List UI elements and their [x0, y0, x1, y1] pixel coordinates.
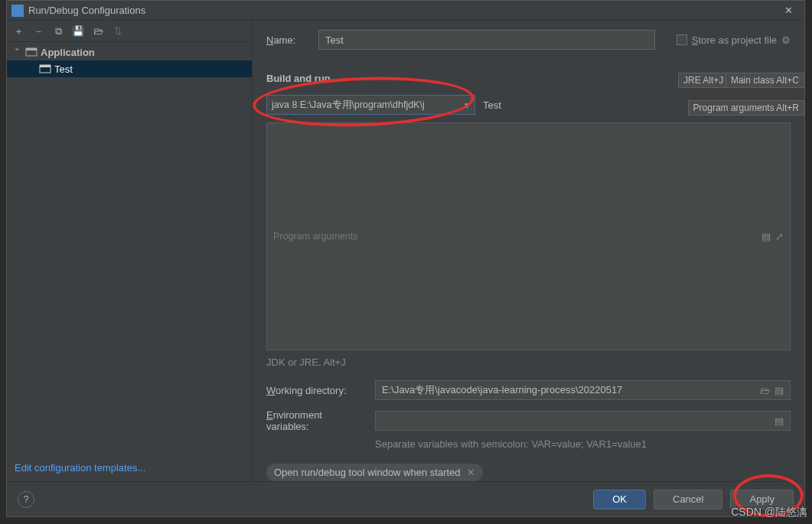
edit-templates-link[interactable]: Edit configuration templates...	[15, 462, 145, 474]
right-panel: Name: Store as project file ⚙ Build and …	[253, 21, 804, 481]
prog-args-hint: Program arguments Alt+R	[688, 100, 804, 116]
titlebar: Run/Debug Configurations ✕	[7, 1, 804, 21]
sort-icon[interactable]: ⇅	[111, 24, 125, 38]
save-icon[interactable]: 💾	[71, 24, 85, 38]
application-icon	[25, 46, 38, 58]
main-class-value[interactable]: Test	[483, 99, 501, 111]
application-icon	[39, 63, 51, 75]
close-icon[interactable]: ✕	[777, 2, 800, 20]
program-arguments-placeholder: Program arguments	[273, 231, 357, 242]
chip-label: Open run/debug tool window when started	[274, 467, 461, 478]
tree-item-label: Test	[54, 63, 73, 75]
ok-button[interactable]: OK	[593, 490, 646, 509]
dialog-footer: ? OK Cancel Apply	[7, 481, 804, 516]
folder-icon[interactable]: 🗁	[91, 24, 105, 38]
main-class-hint: Main class Alt+C	[726, 73, 804, 88]
cancel-button[interactable]: Cancel	[654, 490, 722, 509]
close-icon[interactable]: ✕	[467, 467, 475, 478]
name-label: Name:	[266, 34, 309, 46]
program-arguments-field[interactable]: Program arguments ▤ ⤢	[266, 122, 791, 350]
svg-rect-1	[26, 48, 37, 50]
help-icon[interactable]: ?	[18, 491, 34, 508]
name-row: Name: Store as project file ⚙	[266, 30, 791, 50]
chevron-down-icon: ▾	[465, 99, 470, 111]
window-title: Run/Debug Configurations	[28, 5, 777, 16]
svg-rect-3	[40, 65, 51, 67]
env-hint: Separate variables with semicolon: VAR=v…	[375, 438, 791, 450]
add-icon[interactable]: ＋	[11, 24, 25, 38]
list-icon[interactable]: ▤	[774, 415, 784, 427]
watermark: CSDN @陆悠漓	[731, 506, 807, 519]
remove-icon[interactable]: －	[31, 24, 45, 38]
edit-templates-link-wrap: Edit configuration templates...	[7, 454, 252, 481]
env-field[interactable]: ▤	[375, 411, 791, 431]
tree-node-label: Application	[41, 47, 95, 58]
left-panel: ＋ － ⧉ 💾 🗁 ⇅ ˅ Application Test Edi	[7, 21, 253, 481]
list-icon[interactable]: ▤	[774, 385, 784, 396]
working-dir-field[interactable]: E:\Java专用\javacode\java-learning-process…	[375, 380, 791, 400]
list-icon[interactable]: ▤	[761, 231, 771, 242]
store-label: Store as project file	[692, 34, 777, 46]
jre-combo[interactable]: java 8 E:\Java专用\program\dhfjdK\j ▾	[266, 95, 475, 115]
tree-node-application[interactable]: ˅ Application	[7, 44, 252, 60]
env-row: Environment variables: ▤	[266, 409, 791, 432]
folder-icon[interactable]: 🗁	[760, 385, 770, 396]
config-tree: ˅ Application Test	[7, 42, 252, 454]
section-title: Build and run	[266, 73, 331, 84]
tree-node-test[interactable]: Test	[7, 60, 252, 77]
store-checkbox[interactable]	[677, 34, 687, 45]
jdk-hint: JDK or JRE. Alt+J	[266, 356, 791, 368]
config-toolbar: ＋ － ⧉ 💾 🗁 ⇅	[7, 21, 252, 42]
expand-icon[interactable]: ⤢	[775, 231, 784, 242]
copy-icon[interactable]: ⧉	[51, 24, 65, 38]
dialog-window: Run/Debug Configurations ✕ ＋ － ⧉ 💾 🗁 ⇅ ˅…	[6, 0, 805, 517]
working-dir-row: Working directory: E:\Java专用\javacode\ja…	[266, 380, 791, 400]
name-field[interactable]	[318, 30, 655, 50]
chevron-down-icon: ˅	[15, 47, 22, 58]
store-as-project[interactable]: Store as project file ⚙	[677, 34, 791, 46]
jre-value: java 8 E:\Java专用\program\dhfjdK\j	[272, 99, 425, 112]
working-dir-label: Working directory:	[266, 385, 364, 396]
dialog-body: ＋ － ⧉ 💾 🗁 ⇅ ˅ Application Test Edi	[7, 21, 804, 481]
working-dir-value: E:\Java专用\javacode\java-learning-process…	[382, 383, 622, 397]
env-label: Environment variables:	[266, 409, 364, 432]
jre-hint: JRE Alt+J	[678, 73, 729, 88]
app-icon	[11, 5, 24, 17]
gear-icon[interactable]: ⚙	[781, 34, 791, 46]
option-chip: Open run/debug tool window when started …	[266, 464, 483, 481]
